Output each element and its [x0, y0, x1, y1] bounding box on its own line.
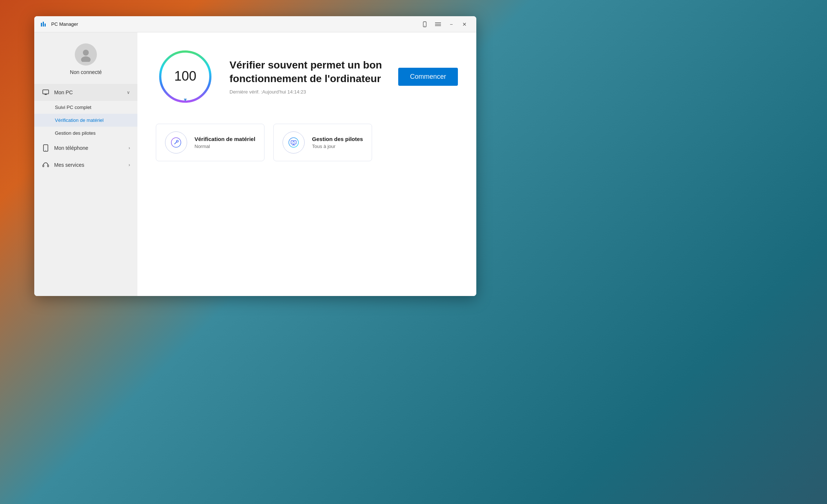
card-gestion-info: Gestion des pilotes Tous à jour — [312, 136, 363, 149]
sidebar-item-mes-services[interactable]: Mes services › — [34, 156, 137, 173]
verification-icon — [165, 131, 187, 154]
card-verification-info: Vérification de matériel Normal — [195, 136, 255, 149]
last-check: Dernière vérif. :Aujourd'hui 14:14:23 — [229, 89, 383, 95]
svg-rect-0 — [41, 23, 42, 27]
smartphone-icon — [42, 144, 50, 152]
start-button[interactable]: Commencer — [398, 68, 458, 86]
svg-point-21 — [176, 140, 178, 142]
sidebar-item-mon-telephone[interactable]: Mon téléphone › — [34, 140, 137, 156]
svg-rect-6 — [435, 24, 441, 25]
card-verification-materiel[interactable]: Vérification de matériel Normal — [156, 124, 264, 161]
sidebar-item-mon-pc[interactable]: Mon PC ∨ — [34, 84, 137, 101]
app-window: PC Manager − ✕ — [34, 16, 476, 296]
svg-point-22 — [289, 138, 298, 147]
svg-rect-15 — [43, 165, 44, 167]
mon-telephone-label: Mon téléphone — [54, 145, 124, 151]
svg-rect-10 — [43, 90, 49, 94]
mon-pc-label: Mon PC — [54, 89, 122, 95]
svg-point-4 — [424, 25, 425, 26]
close-button[interactable]: ✕ — [459, 18, 470, 30]
score-info: Vérifier souvent permet un bon fonctionn… — [229, 59, 383, 95]
svg-point-8 — [83, 50, 89, 56]
score-title: Vérifier souvent permet un bon fonctionn… — [229, 59, 383, 85]
menu-button[interactable] — [432, 18, 444, 30]
card-gestion-pilotes[interactable]: Gestion des pilotes Tous à jour — [273, 124, 372, 161]
card-verification-title: Vérification de matériel — [195, 136, 255, 142]
sidebar: Non connecté Mon PC ∨ Suivi PC complet — [34, 32, 137, 296]
user-section: Non connecté — [34, 40, 137, 84]
sidebar-sub-suivi[interactable]: Suivi PC complet — [34, 101, 137, 114]
chevron-right-icon: › — [129, 145, 130, 151]
mes-services-label: Mes services — [54, 162, 124, 168]
svg-rect-12 — [45, 94, 46, 95]
user-status: Non connecté — [70, 69, 102, 75]
minimize-button[interactable]: − — [445, 18, 457, 30]
svg-point-14 — [45, 150, 46, 151]
svg-rect-2 — [45, 24, 46, 27]
card-gestion-status: Tous à jour — [312, 144, 363, 149]
app-body: Non connecté Mon PC ∨ Suivi PC complet — [34, 32, 476, 296]
main-content: 100 Vérifier souvent permet un bon fonct… — [137, 32, 476, 296]
score-gauge: 100 — [156, 47, 215, 106]
headset-icon — [42, 161, 50, 169]
sidebar-sub-gestion-pilotes[interactable]: Gestion des pilotes — [34, 127, 137, 140]
sidebar-sub-verification-materiel[interactable]: Vérification de matériel — [34, 114, 137, 127]
phone-icon-button[interactable] — [419, 18, 431, 30]
app-logo-icon — [40, 21, 48, 28]
svg-rect-5 — [435, 22, 441, 23]
card-verification-status: Normal — [195, 144, 255, 149]
score-section: 100 Vérifier souvent permet un bon fonct… — [156, 47, 458, 106]
score-value: 100 — [174, 68, 196, 84]
monitor-icon — [42, 88, 50, 96]
svg-rect-7 — [435, 25, 441, 26]
title-bar-left: PC Manager — [40, 21, 419, 28]
svg-rect-1 — [43, 22, 44, 27]
pilotes-icon — [283, 131, 305, 154]
title-bar-controls: − ✕ — [419, 18, 470, 30]
title-bar: PC Manager − ✕ — [34, 16, 476, 32]
svg-rect-16 — [48, 165, 49, 167]
cards-section: Vérification de matériel Normal — [156, 124, 458, 161]
svg-point-9 — [81, 56, 91, 62]
avatar — [75, 43, 97, 66]
card-gestion-title: Gestion des pilotes — [312, 136, 363, 142]
chevron-right-icon-2: › — [129, 162, 130, 168]
app-title: PC Manager — [51, 21, 78, 27]
chevron-down-icon: ∨ — [127, 90, 130, 95]
